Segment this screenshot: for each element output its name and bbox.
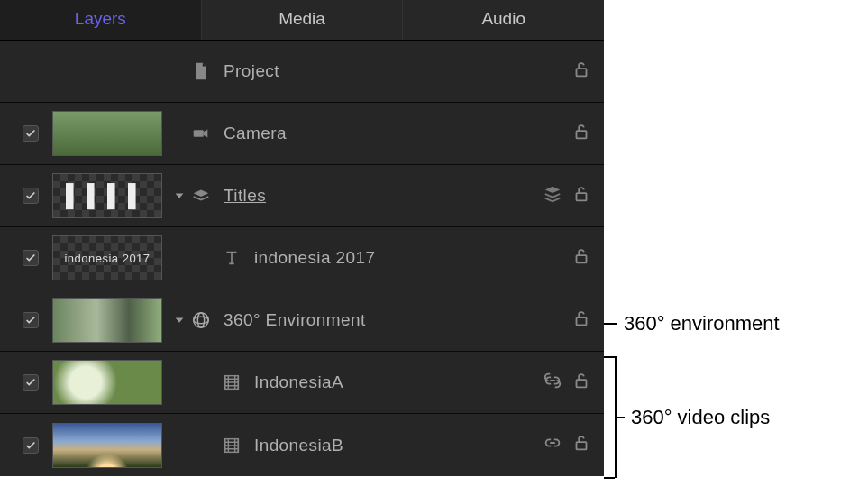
row-clip-indonesia-b[interactable]: IndonesiaB	[0, 414, 604, 476]
row-label: Camera	[224, 124, 571, 143]
lock-icon[interactable]	[571, 60, 591, 84]
project-icon	[187, 61, 215, 81]
row-label: IndonesiaA	[254, 372, 543, 392]
svg-point-6	[194, 317, 209, 323]
callout-360-environment: 360° environment	[624, 312, 780, 335]
layers-panel: Layers Media Audio Project Camera	[0, 0, 604, 476]
text-icon	[218, 248, 245, 268]
visibility-checkbox[interactable]	[23, 250, 39, 266]
row-label: indonesia 2017	[254, 248, 571, 268]
svg-rect-2	[577, 131, 587, 138]
callout-bracket	[604, 477, 615, 479]
thumbnail[interactable]: ▌▌▌▌	[52, 173, 162, 218]
row-label: Project	[224, 61, 571, 81]
link-icon[interactable]	[543, 433, 562, 457]
svg-rect-10	[577, 380, 587, 387]
row-camera[interactable]: Camera	[0, 103, 604, 165]
lock-icon[interactable]	[571, 371, 591, 395]
disclosure-triangle-icon[interactable]	[171, 314, 187, 326]
lock-icon[interactable]	[571, 122, 591, 146]
row-titles-group[interactable]: ▌▌▌▌ Titles	[0, 165, 604, 227]
svg-rect-0	[577, 69, 587, 76]
row-clip-indonesia-a[interactable]: IndonesiaA	[0, 352, 604, 414]
visibility-checkbox[interactable]	[23, 125, 39, 142]
callout-360-video-clips: 360° video clips	[631, 406, 770, 429]
svg-point-7	[197, 313, 204, 328]
row-label: Titles	[224, 186, 543, 206]
callout-bracket	[616, 417, 625, 418]
tab-bar: Layers Media Audio	[0, 0, 604, 41]
thumbnail[interactable]	[52, 298, 162, 343]
thumbnail[interactable]	[52, 360, 162, 405]
filmstrip-icon	[218, 436, 245, 455]
thumbnail-text: indonesia 2017	[53, 236, 161, 280]
tab-audio[interactable]: Audio	[403, 0, 604, 40]
layers-group-icon	[187, 186, 215, 206]
stack-icon[interactable]	[543, 184, 562, 208]
svg-rect-3	[577, 193, 587, 200]
sphere-360-icon	[187, 310, 215, 330]
row-project[interactable]: Project	[0, 41, 604, 103]
thumbnail[interactable]	[52, 423, 162, 468]
svg-point-5	[194, 313, 209, 328]
lock-icon[interactable]	[571, 184, 591, 208]
callout-bracket	[604, 356, 615, 358]
thumbnail[interactable]: indonesia 2017	[52, 235, 162, 280]
thumbnail[interactable]	[52, 111, 162, 156]
disclosure-triangle-icon[interactable]	[171, 189, 187, 202]
tab-layers[interactable]: Layers	[0, 0, 202, 40]
lock-icon[interactable]	[571, 433, 591, 457]
svg-rect-1	[194, 130, 204, 136]
lock-icon[interactable]	[571, 246, 591, 271]
visibility-checkbox[interactable]	[23, 437, 39, 454]
callout-line	[604, 323, 617, 325]
camera-icon	[187, 124, 215, 143]
filmstrip-icon	[218, 372, 245, 392]
svg-rect-8	[577, 317, 587, 325]
visibility-checkbox[interactable]	[23, 374, 39, 391]
svg-rect-4	[577, 255, 587, 262]
row-title-text[interactable]: indonesia 2017 indonesia 2017	[0, 227, 604, 289]
row-360-environment[interactable]: 360° Environment	[0, 289, 604, 352]
visibility-checkbox[interactable]	[23, 188, 39, 204]
svg-rect-12	[577, 442, 587, 449]
link-icon[interactable]	[543, 371, 562, 395]
row-label: 360° Environment	[224, 310, 571, 330]
visibility-checkbox[interactable]	[23, 312, 39, 328]
lock-icon[interactable]	[571, 308, 591, 333]
tab-media[interactable]: Media	[202, 0, 404, 40]
row-label: IndonesiaB	[254, 436, 543, 455]
